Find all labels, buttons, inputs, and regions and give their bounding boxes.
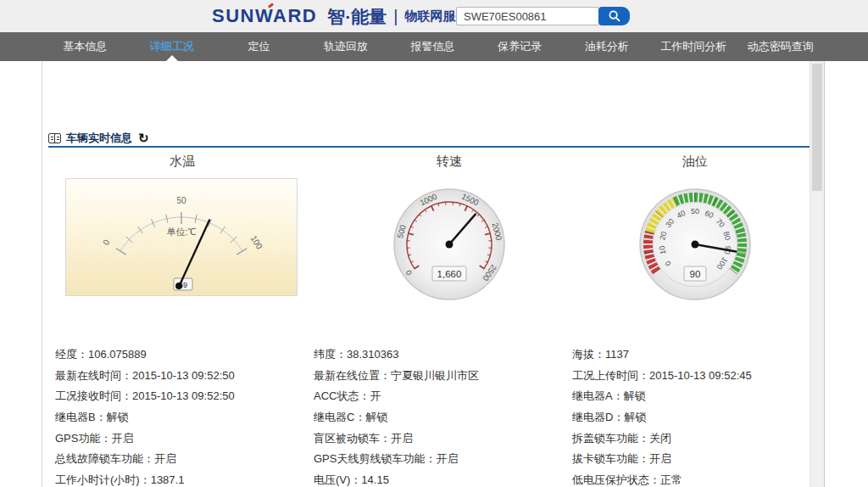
nav-item-3[interactable]: 轨迹回放	[303, 32, 390, 61]
search-input[interactable]	[456, 7, 598, 25]
logo-text: SUNWARD	[212, 5, 317, 26]
gauge-rpm: 050010001500200025001,660	[386, 181, 513, 308]
nav-item-8[interactable]: 动态密码查询	[737, 32, 825, 61]
app-header: SUNWARD 智·能量 | 物联网服务平台	[0, 0, 868, 32]
nav-item-0[interactable]: 基本信息	[42, 32, 129, 61]
nav-item-4[interactable]: 报警信息	[389, 32, 476, 61]
main-nav: 基本信息详细工况定位轨迹回放报警信息保养记录油耗分析工作时间分析动态密码查询	[0, 32, 868, 61]
field: 低电压保护状态：正常	[572, 470, 826, 487]
vertical-scrollbar[interactable]	[810, 61, 824, 487]
field: 继电器B：解锁	[55, 407, 309, 428]
field: 拆盖锁车功能：关闭	[572, 428, 826, 450]
field: 经度：106.075889	[55, 344, 309, 366]
brand: SUNWARD 智·能量 | 物联网服务平台	[212, 0, 493, 32]
svg-text:90: 90	[690, 269, 701, 279]
svg-text:1,660: 1,660	[437, 269, 462, 279]
field: ACC状态：开	[314, 386, 568, 407]
section-title: 车辆实时信息	[66, 131, 132, 146]
content-area: 车辆实时信息 ↻ 水温 转速 油位 050100单位:℃69 050010001…	[0, 61, 868, 487]
nav-item-1[interactable]: 详细工况	[129, 32, 216, 61]
field: 总线故障锁车功能：开启	[55, 449, 309, 470]
nav-item-6[interactable]: 油耗分析	[563, 32, 650, 61]
field: 工况上传时间：2015-10-13 09:52:45	[572, 366, 826, 387]
field: 继电器A：解锁	[572, 386, 826, 407]
field-column-right: 海拔：1137工况上传时间：2015-10-13 09:52:45继电器A：解锁…	[572, 344, 826, 487]
field: 拔卡锁车功能：开启	[572, 449, 826, 470]
field: 最新在线位置：宁夏银川银川市区	[314, 366, 568, 387]
nav-item-5[interactable]: 保养记录	[476, 32, 564, 61]
water-temp-unit-label: 单位:℃	[166, 227, 196, 237]
field: 工况接收时间：2015-10-13 09:52:50	[55, 386, 309, 407]
gauge-oil-level: 010203040506070809010090	[632, 181, 759, 308]
svg-text:50: 50	[691, 207, 699, 216]
scrollbar-thumb[interactable]	[812, 64, 822, 191]
field: 海拔：1137	[572, 344, 826, 366]
gauge-title-rpm: 转速	[364, 154, 534, 170]
search-button[interactable]	[598, 7, 630, 25]
brand-divider: |	[393, 7, 398, 26]
svg-text:10: 10	[658, 245, 668, 255]
field-column-left: 经度：106.075889最新在线时间：2015-10-13 09:52:50工…	[55, 344, 309, 487]
sunward-logo: SUNWARD	[212, 7, 317, 25]
panel-border-right	[824, 61, 825, 487]
field: 盲区被动锁车：开启	[314, 428, 568, 450]
brand-product-name: 智·能量	[327, 8, 387, 25]
nav-item-2[interactable]: 定位	[215, 32, 303, 61]
field-column-middle: 纬度：38.310363最新在线位置：宁夏银川银川市区ACC状态：开继电器C：解…	[314, 344, 568, 487]
field: 继电器C：解锁	[314, 407, 568, 428]
panel-border-left	[42, 61, 42, 487]
panel-book-icon	[48, 133, 61, 143]
rpm-value-box: 1,660	[432, 266, 466, 281]
gauge-title-water-temp: 水温	[97, 154, 267, 170]
field: 继电器D：解锁	[572, 407, 826, 428]
vehicle-search	[456, 7, 630, 25]
field: GPS功能：开启	[55, 428, 309, 450]
field: 最新在线时间：2015-10-13 09:52:50	[55, 366, 309, 387]
refresh-icon[interactable]: ↻	[138, 132, 149, 144]
svg-text:50: 50	[176, 196, 186, 205]
field: 工作小时计(小时)：1387.1	[55, 470, 309, 487]
gauge-title-oil-level: 油位	[610, 154, 780, 170]
svg-text:100: 100	[249, 234, 264, 251]
field: 纬度：38.310363	[314, 344, 568, 366]
oil-level-value-box: 90	[684, 266, 706, 281]
search-icon	[608, 9, 621, 23]
nav-item-7[interactable]: 工作时间分析	[650, 32, 737, 61]
svg-text:0: 0	[101, 238, 112, 247]
field: GPS天线剪线锁车功能：开启	[314, 449, 568, 470]
gauge-water-temp: 050100单位:℃69	[65, 178, 298, 296]
section-header: 车辆实时信息 ↻	[48, 130, 818, 148]
field: 电压(V)：14.15	[314, 470, 568, 487]
